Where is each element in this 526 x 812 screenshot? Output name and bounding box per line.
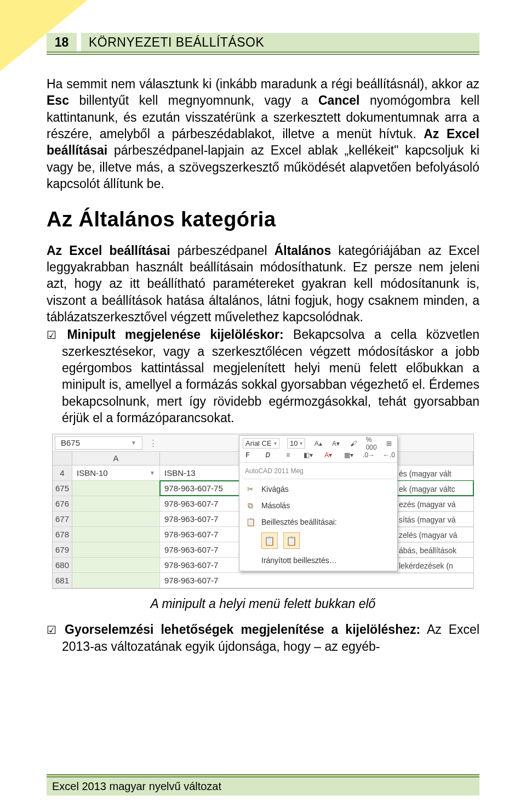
filter-icon[interactable]: ▼ xyxy=(150,465,155,481)
row-header[interactable]: 678 xyxy=(53,527,72,542)
page-corner-decoration xyxy=(0,0,88,71)
cell-text: ISBN-10 xyxy=(77,465,108,481)
checkbox-icon: ☑ xyxy=(47,623,58,637)
cell-fragment: zelés (magyar vá xyxy=(397,527,473,543)
menu-label: Kivágás xyxy=(261,485,289,493)
section-heading: Az Általános kategória xyxy=(47,208,479,231)
row-header[interactable]: 675 xyxy=(53,481,72,496)
decrease-font-icon[interactable]: A▾ xyxy=(331,439,341,448)
cell[interactable] xyxy=(72,512,160,526)
row-header[interactable]: 680 xyxy=(53,558,72,572)
cell-fragment: ábás, beállítások xyxy=(397,543,473,558)
text: billentyűt kell megnyomnunk, vagy a xyxy=(69,93,318,107)
option-label: Gyorselemzési lehetőségek megjelenítése … xyxy=(65,622,420,637)
row-header[interactable]: 681 xyxy=(53,573,72,588)
paste-options-icons: 📋 📋 xyxy=(239,530,397,552)
cell-fragment: ek (magyar váltc xyxy=(397,481,473,497)
paste-option-icon[interactable]: 📋 xyxy=(261,532,278,549)
checklist-item-minipult: ☑ Minipult megjelenése kijelöléskor: Bek… xyxy=(47,326,479,426)
ctx-header-fragment: AutoCAD 2011 Meg xyxy=(239,465,397,477)
row-header[interactable]: 679 xyxy=(53,542,72,557)
format-painter-icon[interactable]: 🖌 xyxy=(348,439,358,448)
ctx-paste-options[interactable]: 📋 Beillesztés beállításai: xyxy=(239,514,397,530)
mini-toolbar: Arial CE▾ 10▾ A▴ A▾ 🖌 % 000 ⊞ F D ≡ ◧▾ A… xyxy=(239,436,397,463)
merge-icon[interactable]: ⊞ xyxy=(384,439,394,448)
row-header[interactable]: 4 xyxy=(53,465,72,480)
text: Ha semmit nem választunk ki (inkább mara… xyxy=(47,77,479,91)
footer-text: Excel 2013 magyar nyelvű változat xyxy=(52,780,221,792)
ctx-paste-special[interactable]: Irányított beillesztés… xyxy=(239,552,397,569)
truncated-right-column: és (magyar vált ek (magyar váltc ezés (m… xyxy=(397,466,473,588)
increase-font-icon[interactable]: A▴ xyxy=(313,439,323,448)
cell[interactable] xyxy=(72,481,160,496)
cell-fragment: és (magyar vált xyxy=(397,466,473,481)
category-name: Általános xyxy=(275,243,331,258)
cell-header-isbn10[interactable]: ISBN-10 ▼ xyxy=(72,465,160,480)
clipboard-icon: 📋 xyxy=(245,516,256,527)
menu-separator xyxy=(243,479,394,479)
cell-fragment: lekérdezések (n xyxy=(397,558,473,573)
blank-icon xyxy=(245,555,256,566)
ctx-cut[interactable]: ✂ Kivágás xyxy=(239,481,397,497)
font-name: Arial CE xyxy=(245,439,272,447)
figure-caption: A minipult a helyi menü felett bukkan el… xyxy=(47,597,479,611)
key-cancel: Cancel xyxy=(318,93,359,107)
increase-decimal-icon[interactable]: .0→ xyxy=(364,450,374,460)
name-box[interactable]: B675 ▼ xyxy=(55,436,142,450)
row-header[interactable]: 677 xyxy=(53,512,72,526)
cell[interactable] xyxy=(72,573,160,588)
page-footer: Excel 2013 magyar nyelvű változat xyxy=(47,774,479,796)
separator-dots: ⋮ xyxy=(145,438,162,448)
text: AutoCAD 2011 Meg xyxy=(245,467,304,475)
cell[interactable] xyxy=(72,558,160,572)
section-paragraph: Az Excel beállításai párbeszédpanel Álta… xyxy=(47,242,479,326)
text: párbeszédpanel xyxy=(170,243,275,258)
excel-screenshot: B675 ▼ ⋮ A B 4 ISBN-10 ▼ ISBN-13 675 978 xyxy=(52,434,474,589)
borders-icon[interactable]: ▦▾ xyxy=(344,450,353,460)
option-label: Minipult megjelenése kijelöléskor: xyxy=(67,327,283,342)
page-header: 18 KÖRNYEZETI BEÁLLÍTÁSOK xyxy=(47,33,479,55)
cell[interactable] xyxy=(72,542,160,557)
dropdown-icon[interactable]: ▾ xyxy=(300,440,302,446)
page-title: KÖRNYEZETI BEÁLLÍTÁSOK xyxy=(81,33,479,52)
option-description: Bekapcsolva a cella közvet­len szerkeszt… xyxy=(62,327,479,425)
dropdown-icon[interactable]: ▾ xyxy=(274,440,277,446)
percent-format[interactable]: % 000 xyxy=(367,439,376,448)
font-name-box[interactable]: Arial CE▾ xyxy=(243,438,279,448)
text: párbeszédpanel-lapjain az Excel ablak „k… xyxy=(47,143,479,191)
decrease-decimal-icon[interactable]: ←.0 xyxy=(384,450,394,460)
copy-icon: ⧉ xyxy=(245,500,256,511)
paste-option-icon[interactable]: 📋 xyxy=(283,532,300,549)
checkbox-icon: ☑ xyxy=(47,328,58,342)
select-all-corner[interactable] xyxy=(53,452,72,465)
key-esc: Esc xyxy=(47,93,69,107)
cell[interactable] xyxy=(72,496,160,511)
fill-color-icon[interactable]: ◧▾ xyxy=(304,450,313,460)
cell[interactable] xyxy=(72,527,160,542)
mini-toolbar-and-context-menu: Arial CE▾ 10▾ A▴ A▾ 🖌 % 000 ⊞ F D ≡ ◧▾ A… xyxy=(239,435,398,571)
dropdown-icon[interactable]: ▼ xyxy=(131,440,136,446)
dialog-name: Az Excel beállításai xyxy=(47,243,170,258)
menu-label: Beillesztés beállításai: xyxy=(261,518,337,526)
italic-icon[interactable]: D xyxy=(263,450,273,460)
font-size: 10 xyxy=(290,439,298,447)
checklist-item-quickanalysis: ☑ Gyorselemzési lehetőségek megjelenítés… xyxy=(47,621,479,655)
menu-label: Másolás xyxy=(261,501,290,510)
font-color-icon[interactable]: A▾ xyxy=(323,450,333,460)
font-size-box[interactable]: 10▾ xyxy=(287,438,305,448)
bold-icon[interactable]: F xyxy=(243,450,253,460)
context-menu: AutoCAD 2011 Meg ✂ Kivágás ⧉ Másolás 📋 B… xyxy=(239,463,397,571)
menu-label: Irányított beillesztés… xyxy=(261,556,337,565)
name-box-value: B675 xyxy=(61,438,80,447)
ctx-copy[interactable]: ⧉ Másolás xyxy=(239,497,397,514)
intro-paragraph: Ha semmit nem választunk ki (inkább mara… xyxy=(47,76,479,192)
column-header-a[interactable]: A xyxy=(72,452,160,465)
scissors-icon: ✂ xyxy=(245,484,256,495)
cell-fragment: sítás (magyar vá xyxy=(397,512,473,527)
row-header[interactable]: 676 xyxy=(53,496,72,511)
cell-fragment: ezés (magyar vá xyxy=(397,497,473,512)
align-icon[interactable]: ≡ xyxy=(283,450,293,460)
